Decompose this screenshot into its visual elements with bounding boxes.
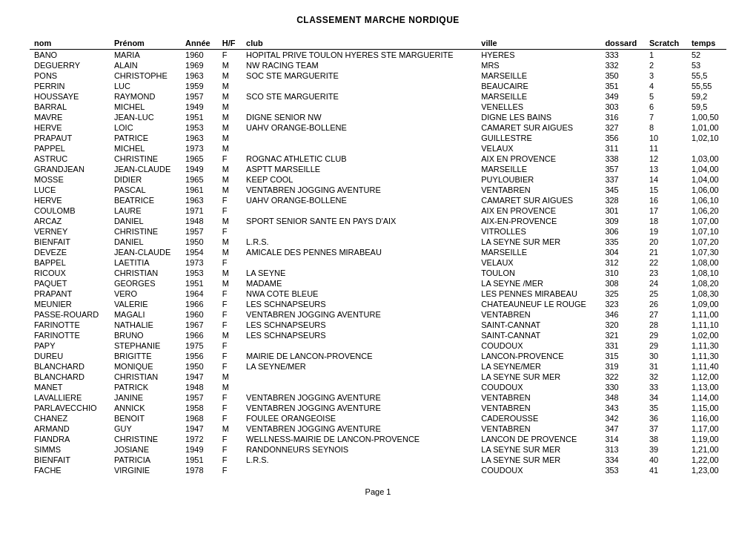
table-cell: 319 [600,361,645,372]
table-cell: 1,01,00 [687,122,726,133]
table-cell: DIGNE LES BAINS [477,112,600,122]
table-cell: M [218,247,242,257]
table-cell: 333 [600,50,645,61]
table-cell: 1,06,20 [687,205,726,216]
table-cell: 310 [600,268,645,278]
table-cell: 1956 [181,351,218,361]
table-cell: 351 [600,81,645,91]
table-cell: VENTABREN JOGGING AVENTURE [242,309,477,320]
table-cell: RAYMOND [110,91,181,102]
table-cell: HERVE [30,122,110,133]
table-cell: LES PENNES MIRABEAU [477,289,600,299]
table-cell: 1,13,00 [687,382,726,392]
table-cell: 1,07,00 [687,216,726,226]
table-cell: PATRICIA [110,455,181,465]
col-ville: ville [477,37,600,50]
table-cell: MARSEILLE [477,164,600,174]
table-cell: 1,08,00 [687,257,726,268]
table-cell: 1958 [181,403,218,413]
table-cell [242,465,477,475]
table-cell: M [218,143,242,154]
table-cell: BENOIT [110,413,181,423]
table-cell: 313 [600,444,645,455]
table-cell: 1,07,10 [687,226,726,237]
table-cell: NW RACING TEAM [242,60,477,70]
table-cell: 346 [600,309,645,320]
table-cell: 1967 [181,320,218,330]
table-row: MOSSEDIDIER1965MKEEP COOLPUYLOUBIER33714… [30,174,726,185]
table-cell: GUILLESTRE [477,133,600,143]
table-cell: LA SEYNE SUR MER [477,372,600,382]
table-cell: 1965 [181,174,218,185]
table-cell: 1949 [181,444,218,455]
table-cell: 1,11,30 [687,340,726,351]
table-cell: 325 [600,289,645,299]
table-cell: 1972 [181,434,218,444]
table-cell: 1966 [181,299,218,309]
table-cell: 19 [645,226,687,237]
table-cell: VENTABREN [477,403,600,413]
table-cell: LANCON DE PROVENCE [477,434,600,444]
table-cell: PATRICE [110,133,181,143]
table-cell: SOC STE MARGUERITE [242,70,477,81]
table-cell: DANIEL [110,237,181,247]
table-cell: GEORGES [110,278,181,289]
table-cell: 4 [645,81,687,91]
table-cell: JANINE [110,392,181,403]
table-row: BIENFAITPATRICIA1951FL.R.S.LA SEYNE SUR … [30,455,726,465]
table-cell: 55,55 [687,81,726,91]
table-cell: 1,08,10 [687,268,726,278]
table-cell: 349 [600,91,645,102]
table-cell: 1947 [181,423,218,434]
table-cell: 29 [645,330,687,340]
table-cell: 335 [600,237,645,247]
table-cell [242,143,477,154]
col-temps: temps [687,37,726,50]
table-cell: CHRISTINE [110,226,181,237]
page-title: CLASSEMENT MARCHE NORDIQUE [30,15,726,25]
table-cell: M [218,216,242,226]
col-prenom: Prénom [110,37,181,50]
table-cell: 323 [600,299,645,309]
table-cell: 40 [645,455,687,465]
table-cell: MARIA [110,50,181,61]
table-cell: F [218,392,242,403]
table-cell: JEAN-CLAUDE [110,164,181,174]
table-cell: 1957 [181,392,218,403]
table-cell: 33 [645,382,687,392]
table-cell: 1,07,30 [687,247,726,257]
table-cell: ALAIN [110,60,181,70]
table-cell [242,372,477,382]
table-cell: 1,06,10 [687,195,726,205]
table-cell: RANDONNEURS SEYNOIS [242,444,477,455]
table-cell: DIGNE SENIOR NW [242,112,477,122]
table-row: BIENFAITDANIEL1950ML.R.S.LA SEYNE SUR ME… [30,237,726,247]
table-cell: 1 [645,50,687,61]
table-cell: 10 [645,133,687,143]
col-dossard: dossard [600,37,645,50]
table-row: PAPYSTEPHANIE1975FCOUDOUX331291,11,30 [30,340,726,351]
table-cell: PERRIN [30,81,110,91]
table-cell: 39 [645,444,687,455]
table-cell: BARRAL [30,102,110,112]
table-cell: 23 [645,268,687,278]
table-row: MAVREJEAN-LUC1951MDIGNE SENIOR NWDIGNE L… [30,112,726,122]
table-cell: PRAPAUT [30,133,110,143]
table-cell: 347 [600,423,645,434]
table-cell: 16 [645,195,687,205]
table-cell: M [218,81,242,91]
table-cell: M [218,382,242,392]
table-cell: AIX EN PROVENCE [477,154,600,164]
table-row: BLANCHARDCHRISTIAN1947MLA SEYNE SUR MER3… [30,372,726,382]
table-row: HERVEBEATRICE1963FUAHV ORANGE-BOLLENECAM… [30,195,726,205]
table-cell: COUDOUX [477,340,600,351]
table-cell: 348 [600,392,645,403]
table-cell: PONS [30,70,110,81]
table-cell: 320 [600,320,645,330]
table-row: DEGUERRYALAIN1969MNW RACING TEAMMRS33225… [30,60,726,70]
table-cell: BAPPEL [30,257,110,268]
table-cell: 1973 [181,257,218,268]
table-cell: HOUSSAYE [30,91,110,102]
table-cell: 38 [645,434,687,444]
table-cell: SCO STE MARGUERITE [242,91,477,102]
